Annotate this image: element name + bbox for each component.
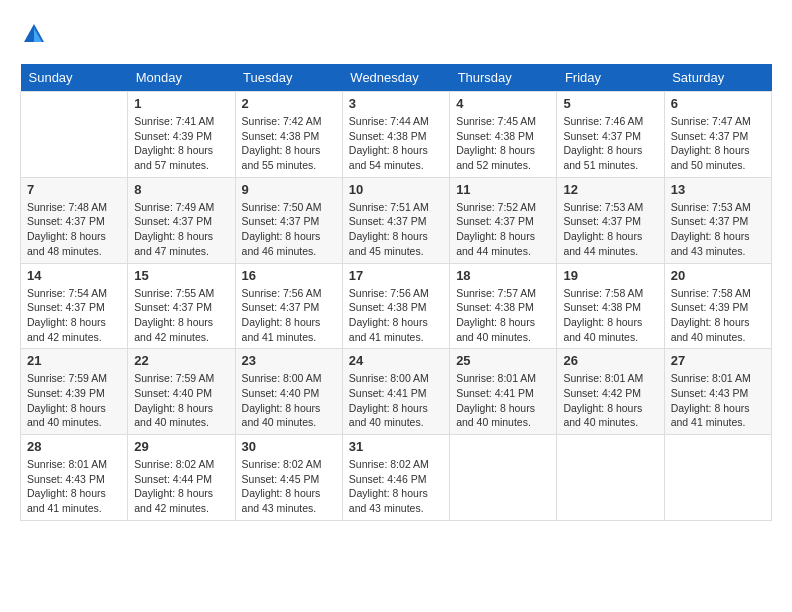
sunrise-text: Sunrise: 8:01 AM xyxy=(563,372,643,384)
day-info: Sunrise: 7:56 AMSunset: 4:37 PMDaylight:… xyxy=(242,286,336,345)
calendar-cell: 11Sunrise: 7:52 AMSunset: 4:37 PMDayligh… xyxy=(450,177,557,263)
calendar-cell: 16Sunrise: 7:56 AMSunset: 4:37 PMDayligh… xyxy=(235,263,342,349)
sunrise-text: Sunrise: 7:57 AM xyxy=(456,287,536,299)
sunrise-text: Sunrise: 7:56 AM xyxy=(242,287,322,299)
day-info: Sunrise: 7:54 AMSunset: 4:37 PMDaylight:… xyxy=(27,286,121,345)
sunset-text: Sunset: 4:37 PM xyxy=(563,215,641,227)
daylight-text: Daylight: 8 hours and 40 minutes. xyxy=(349,402,428,429)
day-number: 23 xyxy=(242,353,336,368)
day-number: 12 xyxy=(563,182,657,197)
day-info: Sunrise: 7:58 AMSunset: 4:39 PMDaylight:… xyxy=(671,286,765,345)
day-info: Sunrise: 7:49 AMSunset: 4:37 PMDaylight:… xyxy=(134,200,228,259)
calendar-cell: 1Sunrise: 7:41 AMSunset: 4:39 PMDaylight… xyxy=(128,92,235,178)
sunrise-text: Sunrise: 7:54 AM xyxy=(27,287,107,299)
daylight-text: Daylight: 8 hours and 47 minutes. xyxy=(134,230,213,257)
day-number: 7 xyxy=(27,182,121,197)
day-info: Sunrise: 7:41 AMSunset: 4:39 PMDaylight:… xyxy=(134,114,228,173)
daylight-text: Daylight: 8 hours and 40 minutes. xyxy=(27,402,106,429)
day-info: Sunrise: 7:51 AMSunset: 4:37 PMDaylight:… xyxy=(349,200,443,259)
sunrise-text: Sunrise: 7:41 AM xyxy=(134,115,214,127)
calendar-cell: 25Sunrise: 8:01 AMSunset: 4:41 PMDayligh… xyxy=(450,349,557,435)
sunrise-text: Sunrise: 7:45 AM xyxy=(456,115,536,127)
calendar-week-row: 21Sunrise: 7:59 AMSunset: 4:39 PMDayligh… xyxy=(21,349,772,435)
calendar-week-row: 1Sunrise: 7:41 AMSunset: 4:39 PMDaylight… xyxy=(21,92,772,178)
sunset-text: Sunset: 4:40 PM xyxy=(242,387,320,399)
sunrise-text: Sunrise: 7:56 AM xyxy=(349,287,429,299)
sunset-text: Sunset: 4:38 PM xyxy=(456,130,534,142)
daylight-text: Daylight: 8 hours and 55 minutes. xyxy=(242,144,321,171)
sunrise-text: Sunrise: 7:52 AM xyxy=(456,201,536,213)
sunset-text: Sunset: 4:41 PM xyxy=(349,387,427,399)
day-number: 8 xyxy=(134,182,228,197)
calendar-cell: 10Sunrise: 7:51 AMSunset: 4:37 PMDayligh… xyxy=(342,177,449,263)
daylight-text: Daylight: 8 hours and 45 minutes. xyxy=(349,230,428,257)
sunset-text: Sunset: 4:37 PM xyxy=(242,301,320,313)
day-number: 21 xyxy=(27,353,121,368)
sunrise-text: Sunrise: 8:01 AM xyxy=(671,372,751,384)
day-number: 20 xyxy=(671,268,765,283)
calendar-cell xyxy=(557,435,664,521)
daylight-text: Daylight: 8 hours and 46 minutes. xyxy=(242,230,321,257)
day-info: Sunrise: 7:53 AMSunset: 4:37 PMDaylight:… xyxy=(563,200,657,259)
day-number: 22 xyxy=(134,353,228,368)
sunset-text: Sunset: 4:46 PM xyxy=(349,473,427,485)
daylight-text: Daylight: 8 hours and 48 minutes. xyxy=(27,230,106,257)
day-number: 30 xyxy=(242,439,336,454)
calendar-cell xyxy=(664,435,771,521)
sunset-text: Sunset: 4:37 PM xyxy=(456,215,534,227)
weekday-header-monday: Monday xyxy=(128,64,235,92)
sunrise-text: Sunrise: 7:47 AM xyxy=(671,115,751,127)
daylight-text: Daylight: 8 hours and 40 minutes. xyxy=(134,402,213,429)
weekday-header-friday: Friday xyxy=(557,64,664,92)
day-number: 27 xyxy=(671,353,765,368)
calendar-cell: 2Sunrise: 7:42 AMSunset: 4:38 PMDaylight… xyxy=(235,92,342,178)
daylight-text: Daylight: 8 hours and 41 minutes. xyxy=(27,487,106,514)
daylight-text: Daylight: 8 hours and 57 minutes. xyxy=(134,144,213,171)
day-info: Sunrise: 8:00 AMSunset: 4:41 PMDaylight:… xyxy=(349,371,443,430)
daylight-text: Daylight: 8 hours and 42 minutes. xyxy=(27,316,106,343)
sunrise-text: Sunrise: 8:02 AM xyxy=(242,458,322,470)
calendar-cell: 6Sunrise: 7:47 AMSunset: 4:37 PMDaylight… xyxy=(664,92,771,178)
day-number: 15 xyxy=(134,268,228,283)
weekday-header-row: SundayMondayTuesdayWednesdayThursdayFrid… xyxy=(21,64,772,92)
sunset-text: Sunset: 4:45 PM xyxy=(242,473,320,485)
calendar-week-row: 7Sunrise: 7:48 AMSunset: 4:37 PMDaylight… xyxy=(21,177,772,263)
day-info: Sunrise: 8:01 AMSunset: 4:43 PMDaylight:… xyxy=(671,371,765,430)
day-info: Sunrise: 7:42 AMSunset: 4:38 PMDaylight:… xyxy=(242,114,336,173)
calendar-cell: 19Sunrise: 7:58 AMSunset: 4:38 PMDayligh… xyxy=(557,263,664,349)
calendar-cell: 4Sunrise: 7:45 AMSunset: 4:38 PMDaylight… xyxy=(450,92,557,178)
day-info: Sunrise: 8:01 AMSunset: 4:42 PMDaylight:… xyxy=(563,371,657,430)
sunrise-text: Sunrise: 7:44 AM xyxy=(349,115,429,127)
day-number: 2 xyxy=(242,96,336,111)
day-number: 11 xyxy=(456,182,550,197)
day-number: 10 xyxy=(349,182,443,197)
calendar-week-row: 28Sunrise: 8:01 AMSunset: 4:43 PMDayligh… xyxy=(21,435,772,521)
sunrise-text: Sunrise: 7:50 AM xyxy=(242,201,322,213)
daylight-text: Daylight: 8 hours and 40 minutes. xyxy=(456,316,535,343)
sunset-text: Sunset: 4:40 PM xyxy=(134,387,212,399)
calendar-cell: 28Sunrise: 8:01 AMSunset: 4:43 PMDayligh… xyxy=(21,435,128,521)
sunset-text: Sunset: 4:38 PM xyxy=(456,301,534,313)
daylight-text: Daylight: 8 hours and 50 minutes. xyxy=(671,144,750,171)
day-number: 13 xyxy=(671,182,765,197)
sunrise-text: Sunrise: 7:42 AM xyxy=(242,115,322,127)
sunset-text: Sunset: 4:37 PM xyxy=(134,215,212,227)
sunrise-text: Sunrise: 7:58 AM xyxy=(563,287,643,299)
sunrise-text: Sunrise: 8:02 AM xyxy=(349,458,429,470)
day-info: Sunrise: 7:53 AMSunset: 4:37 PMDaylight:… xyxy=(671,200,765,259)
day-number: 3 xyxy=(349,96,443,111)
weekday-header-saturday: Saturday xyxy=(664,64,771,92)
day-number: 14 xyxy=(27,268,121,283)
sunset-text: Sunset: 4:39 PM xyxy=(134,130,212,142)
calendar-cell xyxy=(21,92,128,178)
sunset-text: Sunset: 4:38 PM xyxy=(242,130,320,142)
day-info: Sunrise: 8:01 AMSunset: 4:41 PMDaylight:… xyxy=(456,371,550,430)
daylight-text: Daylight: 8 hours and 51 minutes. xyxy=(563,144,642,171)
day-info: Sunrise: 8:02 AMSunset: 4:44 PMDaylight:… xyxy=(134,457,228,516)
day-number: 6 xyxy=(671,96,765,111)
sunset-text: Sunset: 4:41 PM xyxy=(456,387,534,399)
sunset-text: Sunset: 4:37 PM xyxy=(671,215,749,227)
sunrise-text: Sunrise: 7:53 AM xyxy=(671,201,751,213)
day-info: Sunrise: 7:47 AMSunset: 4:37 PMDaylight:… xyxy=(671,114,765,173)
sunset-text: Sunset: 4:37 PM xyxy=(27,301,105,313)
